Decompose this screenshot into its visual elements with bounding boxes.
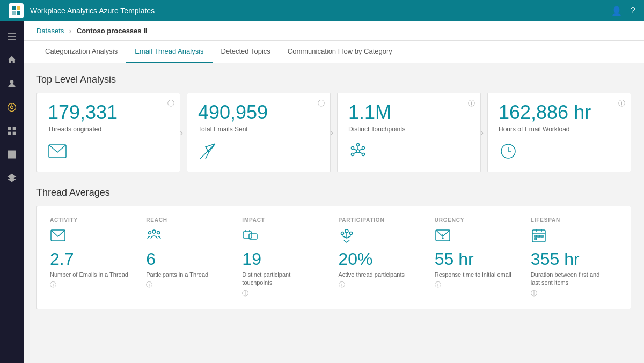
card-info-icon-1[interactable]: ⓘ bbox=[167, 99, 174, 108]
svg-point-28 bbox=[357, 143, 360, 146]
avg-category-impact: IMPACT bbox=[242, 217, 320, 223]
tab-categorization[interactable]: Categorization Analysis bbox=[36, 41, 126, 63]
sidebar-item-menu[interactable] bbox=[0, 26, 24, 47]
avg-reach: REACH 6 bbox=[137, 217, 233, 298]
tabs-bar: Categorization Analysis Email Thread Ana… bbox=[24, 41, 644, 63]
svg-point-27 bbox=[362, 153, 365, 155]
svg-line-33 bbox=[360, 152, 363, 153]
svg-point-40 bbox=[157, 231, 160, 234]
sidebar-item-analytics[interactable] bbox=[0, 97, 24, 118]
card-label-workload: Hours of Email Workload bbox=[499, 125, 620, 133]
svg-rect-11 bbox=[8, 127, 11, 130]
svg-rect-2 bbox=[12, 11, 16, 15]
breadcrumb-datasets[interactable]: Datasets bbox=[36, 27, 64, 35]
help-icon[interactable]: ? bbox=[631, 6, 635, 16]
avg-category-urgency: URGENCY bbox=[435, 217, 513, 223]
card-arrow-3[interactable]: › bbox=[480, 127, 484, 138]
app-logo bbox=[9, 3, 24, 18]
svg-marker-19 bbox=[8, 174, 17, 180]
svg-point-45 bbox=[345, 229, 348, 233]
avg-lifespan: LIFESPAN bbox=[522, 217, 618, 298]
top-level-title: Top Level Analysis bbox=[36, 74, 631, 85]
card-label-emails: Total Emails Sent bbox=[198, 125, 319, 133]
avg-info-icon-participation[interactable]: ⓘ bbox=[339, 280, 345, 290]
main-content: Datasets › Contoso processes II Categori… bbox=[24, 21, 644, 363]
svg-rect-58 bbox=[535, 235, 537, 237]
sidebar bbox=[0, 21, 24, 363]
svg-rect-14 bbox=[13, 132, 16, 135]
svg-point-23 bbox=[356, 150, 360, 153]
sidebar-item-layers[interactable] bbox=[0, 167, 24, 189]
svg-line-30 bbox=[354, 149, 357, 150]
svg-rect-3 bbox=[17, 11, 20, 15]
avg-label-lifespan: Duration between first and last sent ite… bbox=[531, 271, 609, 287]
sidebar-item-grid[interactable] bbox=[0, 120, 24, 142]
avg-info-icon-reach[interactable]: ⓘ bbox=[146, 280, 152, 290]
avg-category-participation: PARTICIPATION bbox=[339, 217, 417, 223]
avg-participation: PARTICIPATION bbox=[330, 217, 426, 298]
avg-icon-urgency bbox=[435, 227, 513, 246]
card-info-icon-2[interactable]: ⓘ bbox=[318, 99, 325, 108]
svg-rect-60 bbox=[541, 235, 543, 237]
avg-icon-impact bbox=[242, 227, 320, 246]
avg-icon-activity bbox=[50, 227, 128, 246]
topbar-actions: 👤 ? bbox=[611, 6, 635, 16]
svg-rect-0 bbox=[12, 6, 16, 10]
page-content: Top Level Analysis ⓘ 179,331 Threads ori… bbox=[24, 63, 644, 320]
breadcrumb-current: Contoso processes II bbox=[77, 27, 147, 35]
card-arrow-2[interactable]: › bbox=[330, 127, 333, 138]
svg-point-26 bbox=[352, 153, 354, 155]
tab-email-thread[interactable]: Email Thread Analysis bbox=[126, 41, 212, 63]
sidebar-item-table[interactable] bbox=[0, 144, 24, 165]
svg-rect-59 bbox=[538, 235, 540, 237]
avg-value-impact: 19 bbox=[242, 250, 320, 269]
svg-rect-5 bbox=[8, 36, 16, 37]
card-info-icon-3[interactable]: ⓘ bbox=[468, 99, 475, 108]
avg-info-icon-urgency[interactable]: ⓘ bbox=[435, 280, 441, 290]
avg-label-urgency: Response time to initial email bbox=[435, 271, 513, 279]
avg-impact: IMPACT 19 Distinct participant t bbox=[233, 217, 330, 298]
avg-value-participation: 20% bbox=[339, 250, 417, 269]
sidebar-item-person[interactable] bbox=[0, 73, 24, 94]
svg-rect-1 bbox=[17, 6, 20, 10]
avg-info-icon-lifespan[interactable]: ⓘ bbox=[531, 289, 537, 298]
breadcrumb-separator: › bbox=[69, 27, 71, 35]
avg-info-icon-activity[interactable]: ⓘ bbox=[50, 280, 56, 290]
averages-row: ACTIVITY 2.7 Number of Emails in a Threa… bbox=[50, 217, 618, 298]
avg-icon-lifespan bbox=[531, 227, 609, 246]
sidebar-item-home[interactable] bbox=[0, 49, 24, 71]
card-info-icon-4[interactable]: ⓘ bbox=[618, 99, 625, 108]
avg-category-reach: REACH bbox=[146, 217, 224, 223]
card-arrow-1[interactable]: › bbox=[180, 127, 183, 138]
card-threads: ⓘ 179,331 Threads originated › bbox=[36, 93, 180, 172]
svg-rect-61 bbox=[535, 238, 537, 240]
avg-activity: ACTIVITY 2.7 Number of Emails in a Threa… bbox=[50, 217, 137, 298]
card-label-threads: Threads originated bbox=[48, 125, 169, 133]
avg-value-urgency: 55 hr bbox=[435, 250, 513, 269]
avg-value-reach: 6 bbox=[146, 250, 224, 269]
svg-rect-41 bbox=[243, 232, 252, 238]
svg-point-24 bbox=[352, 146, 354, 149]
avg-label-impact: Distinct participant touchpoints bbox=[242, 271, 320, 287]
avg-value-activity: 2.7 bbox=[50, 250, 128, 269]
thread-averages-title: Thread Averages bbox=[36, 187, 631, 198]
svg-rect-6 bbox=[8, 39, 16, 40]
avg-value-lifespan: 355 hr bbox=[531, 250, 609, 269]
clock-icon bbox=[499, 142, 620, 161]
avg-label-activity: Number of Emails in a Thread bbox=[50, 271, 128, 279]
svg-point-38 bbox=[152, 230, 156, 233]
avg-category-lifespan: LIFESPAN bbox=[531, 217, 609, 223]
email-icon bbox=[48, 142, 169, 161]
tab-detected-topics[interactable]: Detected Topics bbox=[213, 41, 279, 63]
user-icon[interactable]: 👤 bbox=[611, 6, 622, 16]
svg-point-9 bbox=[11, 106, 13, 109]
svg-point-39 bbox=[149, 231, 151, 234]
tab-comm-flow[interactable]: Communication Flow by Category bbox=[279, 41, 401, 63]
avg-category-activity: ACTIVITY bbox=[50, 217, 128, 223]
card-value-emails: 490,959 bbox=[198, 102, 319, 123]
card-touchpoints: ⓘ 1.1M Distinct Touchpoints bbox=[337, 93, 481, 172]
avg-info-icon-impact[interactable]: ⓘ bbox=[242, 289, 248, 298]
svg-point-25 bbox=[362, 146, 365, 149]
svg-rect-13 bbox=[8, 132, 11, 135]
svg-line-49 bbox=[347, 236, 351, 238]
